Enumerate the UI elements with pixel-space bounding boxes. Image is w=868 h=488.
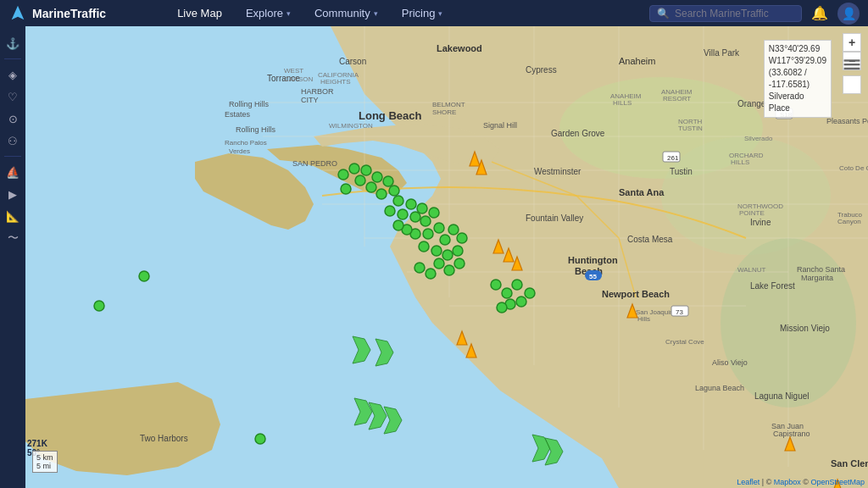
- sidebar-vessel[interactable]: ⛵: [3, 162, 23, 182]
- svg-point-112: [457, 233, 467, 243]
- svg-text:SHORE: SHORE: [432, 108, 456, 116]
- svg-text:Tustin: Tustin: [670, 167, 693, 176]
- explore-chevron: ▾: [287, 9, 291, 18]
- svg-point-91: [349, 164, 359, 174]
- svg-point-134: [255, 434, 265, 444]
- svg-text:Margarita: Margarita: [801, 274, 833, 282]
- svg-text:55: 55: [589, 273, 597, 280]
- notification-icon[interactable]: 🔔: [809, 3, 831, 25]
- pricing-chevron: ▾: [438, 9, 442, 18]
- sidebar-chart[interactable]: 〜: [3, 228, 23, 248]
- svg-text:Mission Viejo: Mission Viejo: [780, 324, 830, 333]
- svg-rect-154: [844, 68, 860, 69]
- svg-point-126: [502, 288, 512, 298]
- svg-point-130: [516, 297, 526, 307]
- svg-point-131: [525, 288, 535, 298]
- svg-text:Two Harbors: Two Harbors: [140, 434, 188, 443]
- svg-text:Irvine: Irvine: [750, 218, 771, 227]
- leaflet-link[interactable]: Leaflet: [737, 478, 760, 486]
- svg-text:Rolling Hills: Rolling Hills: [236, 125, 276, 134]
- sidebar-layers[interactable]: ⊙: [3, 108, 23, 129]
- sidebar-people[interactable]: ⚇: [3, 130, 23, 151]
- sidebar-divider-1: [4, 58, 21, 59]
- svg-text:Pleasants Peak: Pleasants Peak: [826, 117, 868, 125]
- svg-text:Signal Hill: Signal Hill: [483, 121, 517, 130]
- svg-text:RESORT: RESORT: [663, 95, 691, 103]
- coord-lon: W117°39'29.09: [769, 55, 826, 67]
- nav-pricing[interactable]: Pricing ▾: [390, 0, 455, 26]
- app-name: MarineTraffic: [32, 7, 106, 20]
- svg-text:Estates: Estates: [225, 110, 251, 119]
- svg-text:Hills: Hills: [637, 315, 650, 323]
- svg-text:HEIGHTS: HEIGHTS: [320, 78, 351, 86]
- svg-text:Costa Mesa: Costa Mesa: [627, 235, 673, 244]
- scale-indicator: 5 km 5 mi: [32, 451, 58, 473]
- svg-point-98: [383, 176, 393, 186]
- svg-text:261: 261: [667, 154, 679, 162]
- svg-text:POINTE: POINTE: [739, 209, 765, 217]
- svg-text:San Clemente: San Clemente: [831, 458, 868, 469]
- svg-text:Laguna Niguel: Laguna Niguel: [754, 391, 810, 401]
- svg-rect-153: [844, 64, 860, 65]
- svg-text:BELMONT: BELMONT: [432, 101, 465, 108]
- svg-text:HILLS: HILLS: [613, 99, 632, 107]
- svg-point-121: [426, 269, 436, 279]
- sidebar-anchor[interactable]: ⚓: [3, 33, 23, 53]
- svg-point-97: [376, 189, 387, 199]
- nav-live-map[interactable]: Live Map: [165, 0, 234, 26]
- svg-text:WALNUT: WALNUT: [737, 266, 766, 274]
- svg-text:Rancho Santa: Rancho Santa: [797, 265, 845, 274]
- svg-text:73: 73: [676, 308, 683, 316]
- sidebar-filter[interactable]: ◈: [3, 64, 23, 85]
- svg-point-101: [385, 206, 395, 216]
- svg-point-122: [434, 258, 444, 269]
- svg-text:Long Beach: Long Beach: [359, 109, 421, 122]
- logo-icon: [8, 4, 27, 23]
- layer-icon: [843, 33, 861, 94]
- map[interactable]: Torrance Carson Lakewood Cypress Anaheim…: [25, 26, 868, 488]
- svg-point-94: [361, 165, 371, 175]
- svg-text:Verdes: Verdes: [229, 147, 250, 155]
- svg-text:CARSON: CARSON: [284, 75, 313, 83]
- svg-text:TUSTIN: TUSTIN: [678, 125, 703, 132]
- svg-point-96: [366, 182, 376, 192]
- logo[interactable]: MarineTraffic: [0, 4, 114, 23]
- svg-text:Orange: Orange: [737, 99, 766, 108]
- svg-point-95: [372, 172, 382, 182]
- svg-text:Carson: Carson: [339, 57, 366, 66]
- layer-button[interactable]: [843, 75, 861, 94]
- coords-box: N33°40'29.69 W117°39'29.09 (33.6082 / -1…: [764, 40, 832, 118]
- svg-point-92: [355, 175, 365, 186]
- mapbox-link[interactable]: Mapbox: [774, 478, 801, 486]
- svg-point-119: [393, 220, 403, 230]
- map-attribution: Leaflet | © Mapbox © OpenStreetMap: [737, 478, 865, 486]
- svg-point-129: [497, 302, 507, 313]
- search-input[interactable]: [675, 8, 794, 19]
- sidebar-ruler[interactable]: 📐: [3, 206, 23, 226]
- sidebar-play[interactable]: ▶: [3, 184, 23, 204]
- user-avatar[interactable]: 👤: [837, 3, 860, 25]
- svg-text:Lake Forest: Lake Forest: [750, 281, 795, 291]
- svg-text:WILMINGTON: WILMINGTON: [329, 122, 373, 130]
- sidebar-heart[interactable]: ♡: [3, 86, 23, 107]
- svg-text:SAN PEDRO: SAN PEDRO: [292, 159, 337, 168]
- coord-dec: (33.6082 / -117.6581): [769, 67, 826, 91]
- svg-text:Lakewood: Lakewood: [437, 43, 482, 53]
- nav-community[interactable]: Community ▾: [303, 0, 390, 26]
- sidebar-divider-2: [4, 156, 21, 157]
- map-svg: Torrance Carson Lakewood Cypress Anaheim…: [25, 26, 868, 488]
- svg-text:Huntington: Huntington: [568, 255, 618, 265]
- svg-text:Capistrano: Capistrano: [773, 430, 810, 438]
- osm-link[interactable]: OpenStreetMap: [810, 478, 865, 486]
- svg-point-111: [448, 225, 459, 235]
- search-box[interactable]: 🔍: [649, 5, 802, 22]
- svg-text:Laguna Beach: Laguna Beach: [695, 384, 744, 392]
- svg-point-103: [406, 199, 416, 209]
- svg-text:Silverado: Silverado: [744, 135, 773, 142]
- svg-text:Crystal Cove: Crystal Cove: [665, 338, 704, 346]
- svg-text:Fountain Valley: Fountain Valley: [526, 214, 583, 223]
- coord-lat: N33°40'29.69: [769, 43, 826, 55]
- navbar: MarineTraffic Live Map Explore ▾ Communi…: [0, 0, 868, 26]
- svg-text:Coto De C...: Coto De C...: [839, 164, 868, 172]
- nav-explore[interactable]: Explore ▾: [234, 0, 303, 26]
